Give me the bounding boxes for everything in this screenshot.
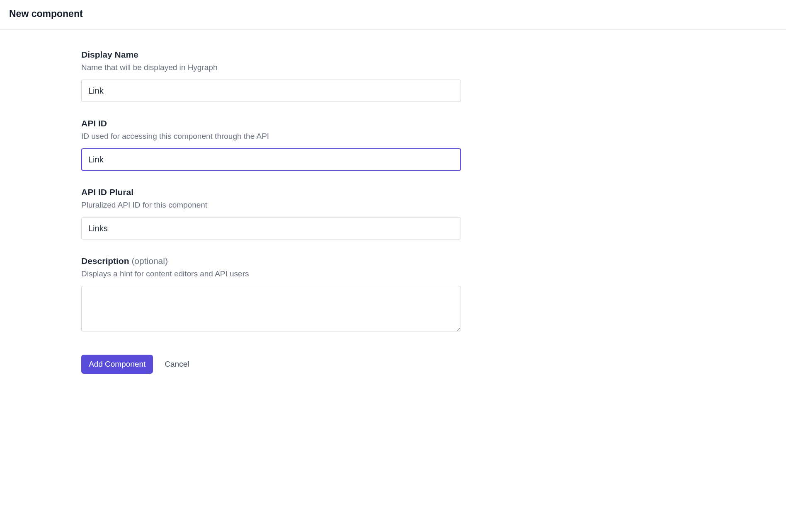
api-id-plural-label: API ID Plural: [81, 187, 461, 197]
description-label: Description (optional): [81, 256, 461, 266]
display-name-input[interactable]: [81, 80, 461, 102]
api-id-input[interactable]: [81, 148, 461, 171]
button-row: Add Component Cancel: [81, 355, 461, 374]
description-field-group: Description (optional) Displays a hint f…: [81, 256, 461, 333]
description-label-text: Description: [81, 256, 129, 266]
add-component-button[interactable]: Add Component: [81, 355, 153, 374]
description-hint: Displays a hint for content editors and …: [81, 269, 461, 278]
api-id-plural-hint: Pluralized API ID for this component: [81, 201, 461, 210]
display-name-field-group: Display Name Name that will be displayed…: [81, 50, 461, 102]
description-optional-text: (optional): [131, 256, 168, 266]
page-header: New component: [0, 0, 786, 30]
api-id-label: API ID: [81, 118, 461, 128]
api-id-plural-input[interactable]: [81, 217, 461, 239]
api-id-field-group: API ID ID used for accessing this compon…: [81, 118, 461, 171]
api-id-plural-field-group: API ID Plural Pluralized API ID for this…: [81, 187, 461, 239]
api-id-hint: ID used for accessing this component thr…: [81, 132, 461, 141]
cancel-button[interactable]: Cancel: [165, 355, 189, 374]
form-content: Display Name Name that will be displayed…: [81, 30, 461, 394]
description-input[interactable]: [81, 286, 461, 331]
display-name-hint: Name that will be displayed in Hygraph: [81, 63, 461, 72]
page-title: New component: [9, 8, 777, 19]
display-name-label: Display Name: [81, 50, 461, 60]
